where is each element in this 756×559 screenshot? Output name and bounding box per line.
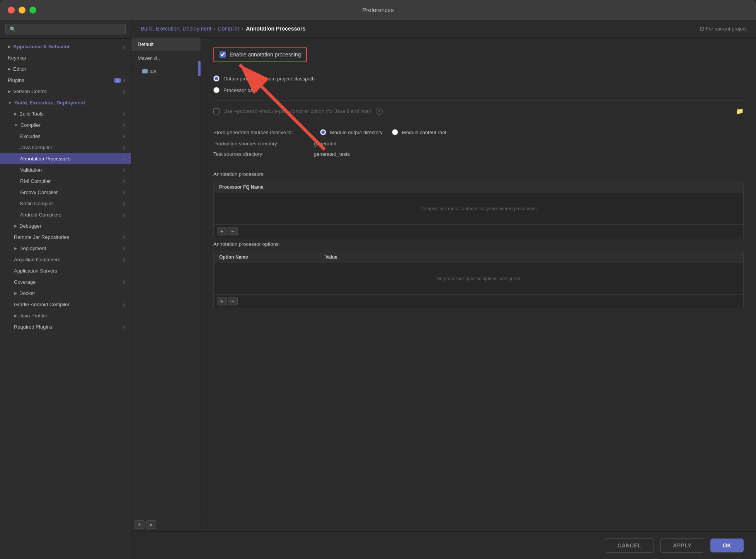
breadcrumb-bar: Build, Execution, Deployment › Compiler … (131, 20, 756, 37)
sidebar-item-appearance[interactable]: ▶ Appearance & Behavior ⎘ (0, 41, 131, 52)
plugins-badge: 3 (114, 78, 121, 83)
sidebar-item-coverage[interactable]: Coverage ⎘ (0, 276, 131, 288)
annotation-processor-options-label: Annotation processor options: (213, 241, 744, 247)
search-input[interactable] (5, 24, 126, 34)
sidebar-item-docker[interactable]: ▶ Docker (0, 288, 131, 299)
classpath-radio-row[interactable]: Obtain processors from project classpath (213, 75, 744, 82)
module-content-radio-row[interactable]: Module content root (392, 129, 446, 135)
sidebar-item-remote-jar[interactable]: Remote Jar Repositories ⎘ (0, 232, 131, 243)
copy-icon: ⎘ (123, 212, 126, 218)
processor-path-radio[interactable] (213, 87, 220, 93)
sidebar-item-label: Editor (13, 66, 126, 72)
sidebar-item-deployment[interactable]: ▶ Deployment ⎘ (0, 243, 131, 254)
enable-annotation-checkbox[interactable] (220, 51, 226, 58)
sidebar-item-label: Groovy Compiler (20, 189, 121, 195)
titlebar: Preferences (0, 0, 756, 20)
expand-arrow-icon: ▶ (14, 223, 17, 228)
option-value-col: Value (325, 254, 337, 260)
search-area[interactable] (0, 20, 131, 39)
add-processor-button[interactable]: + (217, 227, 227, 235)
remove-processor-button[interactable]: − (228, 227, 238, 235)
production-sources-label: Production sources directory: (213, 141, 314, 147)
store-sources-options: Module output directory Module content r… (320, 129, 446, 135)
module-content-radio[interactable] (392, 129, 398, 135)
sidebar-item-required-plugins[interactable]: Required Plugins ⎘ (0, 321, 131, 332)
copy-icon: ⎘ (123, 156, 126, 162)
window-title: Preferences (363, 7, 394, 13)
processor-module-path-row: Use --processor-module-path compiler opt… (213, 107, 744, 115)
folder-open-icon[interactable]: 📁 (736, 107, 744, 115)
sidebar-item-annotation-processors[interactable]: Annotation Processors ⎘ (0, 153, 131, 164)
minimize-button[interactable] (19, 7, 26, 14)
copy-icon: ⎘ (123, 78, 126, 83)
remove-option-button[interactable]: − (228, 297, 238, 305)
sidebar-item-validation[interactable]: Validation ⎘ (0, 164, 131, 176)
processor-path-radio-row[interactable]: Processor path: (213, 87, 744, 93)
sidebar-item-build-tools[interactable]: ▶ Build Tools ⎘ (0, 108, 131, 119)
sidebar-item-excludes[interactable]: Excludes ⎘ (0, 131, 131, 142)
enable-annotation-label[interactable]: Enable annotation processing (213, 47, 307, 62)
add-tab-button[interactable]: + (135, 520, 145, 529)
sidebar-item-java-profiler[interactable]: ▶ Java Profiler (0, 310, 131, 321)
sidebar-item-groovy-compiler[interactable]: Groovy Compiler ⎘ (0, 187, 131, 198)
sidebar-item-kotlin-compiler[interactable]: Kotlin Compiler ⎘ (0, 198, 131, 209)
sidebar-item-rmi-compiler[interactable]: RMI Compiler ⎘ (0, 176, 131, 187)
add-option-button[interactable]: + (217, 297, 227, 305)
copy-icon: ⎘ (123, 235, 126, 240)
copy-icon: ⎘ (123, 145, 126, 150)
store-sources-label: Store generated sources relative to: (213, 130, 314, 135)
breadcrumb-sep1: › (214, 26, 216, 32)
sidebar-item-keymap[interactable]: Keymap (0, 52, 131, 63)
options-table: Option Name Value No processor-specific … (213, 251, 744, 308)
module-content-label: Module content root (402, 130, 446, 135)
option-name-col: Option Name (219, 254, 248, 260)
processor-module-checkbox[interactable] (213, 108, 220, 114)
production-sources-value: generated (314, 141, 337, 147)
apply-button[interactable]: APPLY (660, 538, 704, 553)
module-output-radio-row[interactable]: Module output directory (320, 129, 383, 135)
annotation-processors-label: Annotation processors: (213, 171, 744, 177)
sidebar-item-label: Compiler (20, 122, 121, 128)
cancel-button[interactable]: CANCEL (605, 538, 654, 553)
sidebar-item-label: Kotlin Compiler (20, 201, 121, 206)
sidebar-item-version-control[interactable]: ▶ Version Control ⎘ (0, 86, 131, 97)
help-icon[interactable]: ? (376, 108, 383, 115)
sidebar-item-java-compiler[interactable]: Java Compiler ⎘ (0, 142, 131, 153)
sidebar-item-label: Debugger (19, 223, 126, 229)
module-output-radio[interactable] (320, 129, 326, 135)
sidebar-item-label: Gradle-Android Compiler (14, 302, 121, 307)
close-button[interactable] (8, 7, 15, 14)
processor-col-header: Processor FQ Name (219, 184, 264, 190)
for-current-project[interactable]: ⊞ For current project (700, 26, 747, 32)
sidebar-item-android-compilers[interactable]: Android Compilers ⎘ (0, 209, 131, 220)
tab-maven[interactable]: Maven d… (131, 51, 201, 65)
expand-tab-button[interactable]: » (146, 520, 156, 529)
processor-table-empty: Compiler will run all automatically disc… (421, 206, 537, 211)
sidebar-item-compiler[interactable]: ▼ Compiler ⎘ (0, 119, 131, 131)
maximize-button[interactable] (29, 7, 36, 14)
enable-annotation-row: Enable annotation processing (213, 47, 744, 68)
sidebar-item-gradle-android[interactable]: Gradle-Android Compiler ⎘ (0, 299, 131, 310)
sidebar-item-editor[interactable]: ▶ Editor (0, 63, 131, 75)
production-sources-row: Production sources directory: generated (213, 141, 744, 147)
copy-icon: ⎘ (123, 280, 126, 285)
sidebar-item-app-servers[interactable]: Application Servers (0, 265, 131, 276)
options-table-header: Option Name Value (214, 251, 743, 263)
test-sources-value: generated_tests (314, 151, 350, 157)
sidebar-item-label: Required Plugins (14, 324, 121, 330)
sidebar-item-plugins[interactable]: Plugins 3 ⎘ (0, 75, 131, 86)
divider-2 (213, 122, 744, 122)
sidebar-item-build-exec[interactable]: ▼ Build, Execution, Deployment (0, 97, 131, 108)
test-sources-row: Test sources directory: generated_tests (213, 151, 744, 157)
copy-icon: ⎘ (123, 134, 126, 139)
preferences-window: Preferences ▶ Appearance & Behavior ⎘ Ke… (0, 0, 756, 559)
tab-spr[interactable]: spr (131, 65, 201, 77)
sidebar-item-debugger[interactable]: ▶ Debugger (0, 220, 131, 232)
processor-table-body: Compiler will run all automatically disc… (214, 193, 743, 224)
tab-default[interactable]: Default (131, 37, 201, 51)
sidebar-item-arquillian[interactable]: Arquillian Containers ⎘ (0, 254, 131, 265)
breadcrumb-part1: Build, Execution, Deployment (141, 26, 211, 32)
classpath-radio[interactable] (213, 75, 220, 82)
ok-button[interactable]: OK (710, 539, 744, 552)
sidebar-item-label: Remote Jar Repositories (14, 234, 121, 240)
